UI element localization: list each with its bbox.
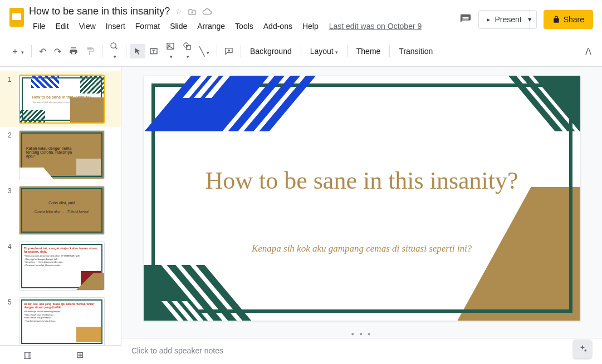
slide-thumb-5[interactable]: 5 Di lain sisi, ada yang 'biasa aja' kar…: [0, 296, 121, 352]
speaker-notes[interactable]: Click to add speaker notes: [121, 338, 602, 364]
print-button[interactable]: [65, 43, 82, 59]
film-strip[interactable]: 1 How to be sane in this insanity? Kenap…: [0, 67, 121, 361]
textbox-tool[interactable]: [145, 43, 162, 59]
shape-tool[interactable]: [179, 38, 195, 64]
menu-file[interactable]: File: [29, 19, 50, 33]
comment-tool[interactable]: [221, 43, 237, 59]
slide-thumb-4[interactable]: 4 Di pandemi ini, sangat wajar kalau kam…: [0, 240, 121, 296]
slide-title-text[interactable]: How to be sane in this insanity?: [144, 167, 580, 195]
header: How to be sane in this insanity? ☆ File …: [0, 0, 602, 33]
line-tool[interactable]: ╲: [195, 43, 213, 60]
redo-button[interactable]: ↷: [50, 43, 65, 60]
menu-arrange[interactable]: Arrange: [193, 19, 229, 33]
svg-point-0: [111, 43, 116, 48]
canvas-wrap: How to be sane in this insanity? Kenapa …: [121, 67, 602, 361]
view-bar: ▥ ⊞: [0, 345, 121, 364]
present-dropdown[interactable]: ▾: [523, 10, 537, 29]
menu-slide[interactable]: Slide: [166, 19, 191, 33]
cloud-status-icon[interactable]: [202, 8, 212, 16]
collapse-toolbar-icon[interactable]: ᐱ: [581, 43, 595, 60]
main-area: 1 How to be sane in this insanity? Kenap…: [0, 67, 602, 361]
grid-view-icon[interactable]: ⊞: [76, 350, 84, 360]
menu-tools[interactable]: Tools: [231, 19, 257, 33]
header-actions: ▸ Present ▾ Share: [459, 4, 595, 29]
slide-thumb-1[interactable]: 1 How to be sane in this insanity? Kenap…: [0, 71, 121, 127]
slide-subtitle-text[interactable]: Kenapa sih kok aku gampang cemas di situ…: [144, 243, 580, 255]
slide-canvas[interactable]: How to be sane in this insanity? Kenapa …: [144, 76, 580, 321]
canvas-area[interactable]: How to be sane in this insanity? Kenapa …: [121, 67, 602, 329]
menu-bar: File Edit View Insert Format Slide Arran…: [29, 19, 459, 33]
explore-button[interactable]: [573, 340, 592, 358]
theme-button[interactable]: Theme: [351, 43, 386, 59]
comments-icon[interactable]: [459, 13, 472, 26]
image-tool[interactable]: [162, 38, 179, 64]
menu-format[interactable]: Format: [131, 19, 164, 33]
zoom-button[interactable]: [106, 38, 123, 64]
app-logo-wrap: [4, 4, 29, 27]
svg-rect-5: [187, 46, 190, 50]
menu-help[interactable]: Help: [298, 19, 322, 33]
slide-thumb-3[interactable]: 3 Coba diisi, yuk! Corona bikin aku … . …: [0, 185, 121, 240]
present-button[interactable]: ▸ Present: [478, 10, 530, 29]
toolbar: ＋ ↶ ↷ ╲: [0, 36, 602, 67]
menu-insert[interactable]: Insert: [102, 19, 129, 33]
lock-icon: [552, 16, 560, 23]
last-edit-link[interactable]: Last edit was on October 9: [325, 19, 427, 33]
share-label: Share: [564, 15, 584, 24]
notes-resize-handle[interactable]: ● ● ●: [121, 329, 602, 338]
present-label: Present: [495, 15, 521, 24]
title-area: How to be sane in this insanity? ☆ File …: [29, 4, 459, 33]
menu-addons[interactable]: Add-ons: [260, 19, 296, 33]
slides-logo-icon[interactable]: [9, 8, 24, 27]
menu-view[interactable]: View: [75, 19, 100, 33]
paint-format-button[interactable]: [82, 43, 99, 59]
document-title[interactable]: How to be sane in this insanity?: [29, 6, 170, 17]
undo-button[interactable]: ↶: [35, 43, 50, 60]
slide-thumb-2[interactable]: 2 Kalian kalau denger berita tentang Cor…: [0, 129, 121, 185]
menu-edit[interactable]: Edit: [52, 19, 73, 33]
move-folder-icon[interactable]: [188, 7, 197, 16]
layout-button[interactable]: Layout: [305, 43, 344, 59]
star-icon[interactable]: ☆: [175, 7, 182, 16]
new-slide-button[interactable]: ＋: [7, 42, 28, 61]
filmstrip-view-icon[interactable]: ▥: [23, 350, 32, 360]
transition-button[interactable]: Transition: [393, 43, 438, 59]
select-tool[interactable]: [130, 44, 145, 58]
play-icon: ▸: [487, 16, 490, 23]
share-button[interactable]: Share: [544, 10, 593, 29]
background-button[interactable]: Background: [244, 43, 297, 59]
